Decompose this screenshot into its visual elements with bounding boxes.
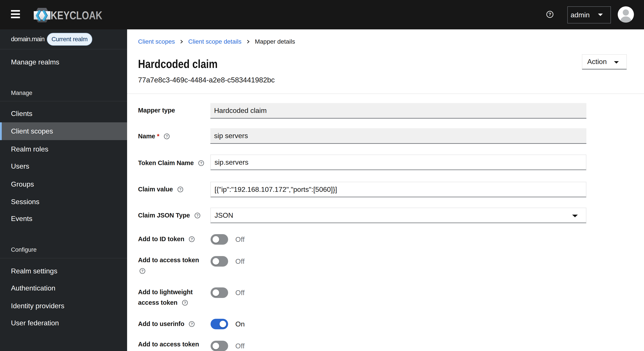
svg-text:?: ?	[184, 301, 186, 305]
svg-text:?: ?	[200, 161, 202, 165]
svg-text:?: ?	[191, 237, 193, 241]
svg-text:?: ?	[166, 134, 168, 139]
svg-text:?: ?	[141, 269, 144, 273]
svg-text:?: ?	[191, 322, 193, 326]
svg-text:?: ?	[196, 214, 198, 218]
svg-text:KEYCLOAK: KEYCLOAK	[50, 9, 102, 22]
svg-text:?: ?	[179, 187, 182, 192]
svg-text:?: ?	[548, 12, 551, 17]
